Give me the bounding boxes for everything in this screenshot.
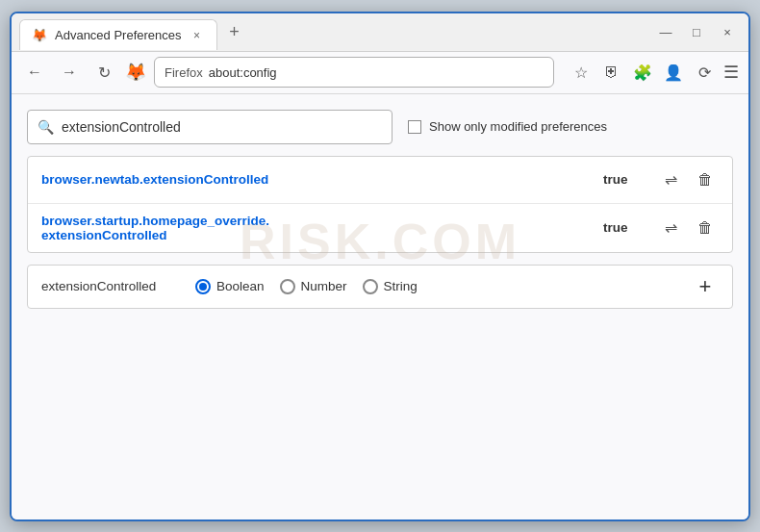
radio-group: Boolean Number String [195,279,418,294]
content-area: 🔍 Show only modified preferences browser… [12,94,748,519]
delete-button[interactable]: 🗑 [692,215,719,241]
add-pref-row: extensionControlled Boolean Number Strin… [27,265,733,309]
new-tab-button[interactable]: + [221,18,248,45]
search-box: 🔍 [27,110,393,144]
radio-boolean[interactable]: Boolean [195,279,265,294]
pref-name: browser.newtab.extensionControlled [41,172,588,187]
tab-title: Advanced Preferences [55,28,182,42]
search-icon: 🔍 [38,119,54,135]
close-button[interactable]: × [718,26,737,38]
show-modified-label: Show only modified preferences [429,119,607,134]
title-bar: 🦊 Advanced Preferences × + — □ × [12,13,748,52]
browser-label: Firefox [165,65,203,80]
swap-button[interactable]: ⇌ [657,166,684,193]
reload-button[interactable]: ↻ [90,59,117,86]
pocket-icon[interactable]: ⛨ [600,61,623,84]
address-bar[interactable]: Firefox about:config [154,57,554,88]
show-modified-section: Show only modified preferences [408,119,607,134]
table-row: browser.newtab.extensionControlled true … [28,157,732,204]
new-pref-name: extensionControlled [41,279,176,293]
nav-bar: ← → ↻ 🦊 Firefox about:config ☆ ⛨ 🧩 👤 ⟳ ☰ [12,52,748,94]
radio-boolean-circle [195,279,211,294]
search-section: 🔍 Show only modified preferences [27,110,733,144]
swap-button[interactable]: ⇌ [657,215,684,241]
radio-number-circle [280,279,295,294]
search-input[interactable] [62,119,382,135]
back-button[interactable]: ← [21,59,48,86]
window-controls: — □ × [656,26,741,38]
radio-number[interactable]: Number [280,279,347,294]
forward-button[interactable]: → [56,59,83,86]
browser-tab[interactable]: 🦊 Advanced Preferences × [19,19,217,50]
radio-string[interactable]: String [363,279,418,294]
add-pref-button[interactable]: + [692,273,719,300]
minimize-button[interactable]: — [656,26,675,38]
row-actions: ⇌ 🗑 [657,166,719,193]
address-text: Firefox about:config [165,65,277,80]
extensions-icon[interactable]: 🧩 [631,61,654,84]
pref-value: true [603,172,642,187]
pref-name: browser.startup.homepage_override. exten… [41,214,588,242]
sync-icon[interactable]: ⟳ [693,61,716,84]
address-url: about:config [209,65,277,80]
row-actions: ⇌ 🗑 [657,215,719,241]
browser-window: 🦊 Advanced Preferences × + — □ × ← → ↻ 🦊… [10,12,750,521]
firefox-icon: 🦊 [125,62,146,83]
radio-string-circle [363,279,378,294]
profile-icon[interactable]: 👤 [662,61,685,84]
delete-button[interactable]: 🗑 [692,166,719,193]
content-wrapper: 🔍 Show only modified preferences browser… [27,110,733,309]
table-row: browser.startup.homepage_override. exten… [28,204,732,252]
nav-icons: ☆ ⛨ 🧩 👤 ⟳ ☰ [570,61,739,84]
pref-value: true [603,220,642,235]
results-table: browser.newtab.extensionControlled true … [27,156,733,253]
bookmark-icon[interactable]: ☆ [570,61,593,84]
tab-close-button[interactable]: × [190,28,205,43]
tab-favicon: 🦊 [32,28,47,42]
menu-button[interactable]: ☰ [723,62,739,83]
show-modified-checkbox[interactable] [408,120,421,134]
maximize-button[interactable]: □ [687,26,706,38]
